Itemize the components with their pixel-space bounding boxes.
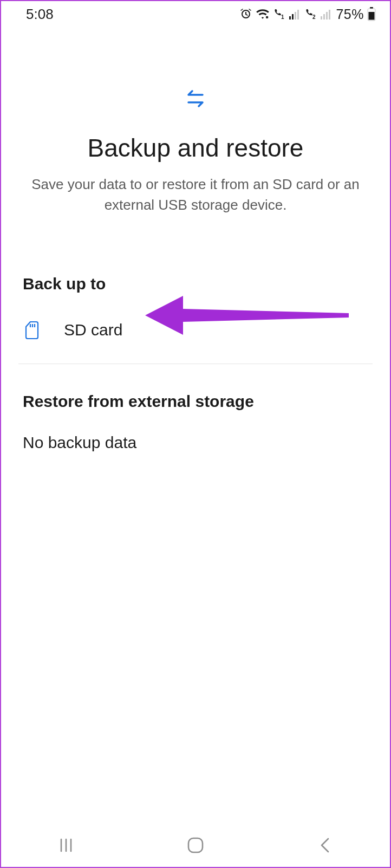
- svg-rect-4: [297, 10, 299, 20]
- nav-bar: [1, 824, 390, 867]
- svg-rect-8: [326, 12, 328, 20]
- svg-rect-3: [295, 12, 296, 20]
- status-time: 5:08: [26, 6, 54, 23]
- restore-section: Restore from external storage No backup …: [1, 392, 390, 452]
- transfer-icon: [184, 87, 207, 113]
- svg-rect-2: [292, 14, 294, 20]
- svg-rect-1: [289, 16, 291, 20]
- home-button[interactable]: [163, 832, 228, 858]
- svg-rect-12: [369, 12, 375, 20]
- svg-text:1: 1: [281, 14, 284, 20]
- svg-text:2: 2: [312, 14, 316, 20]
- status-icons: 1 2 75%: [239, 7, 376, 22]
- status-bar: 5:08 1 2: [1, 1, 390, 27]
- divider: [18, 364, 373, 364]
- back-button[interactable]: [292, 832, 357, 858]
- battery-percent: 75%: [336, 7, 364, 22]
- battery-icon: [367, 7, 376, 21]
- volte2-icon: 2: [304, 8, 317, 20]
- svg-rect-7: [323, 14, 325, 20]
- sd-card-label: SD card: [64, 321, 122, 339]
- sd-card-icon: [23, 321, 41, 339]
- recents-button[interactable]: [34, 832, 99, 858]
- page-header: Backup and restore Save your data to or …: [1, 27, 390, 215]
- page-title: Backup and restore: [23, 133, 368, 163]
- sd-card-item[interactable]: SD card: [23, 313, 368, 347]
- svg-rect-20: [188, 838, 203, 852]
- svg-rect-9: [329, 10, 330, 20]
- volte1-icon: 1: [273, 8, 286, 20]
- svg-rect-6: [321, 16, 322, 20]
- alarm-icon: [239, 8, 252, 21]
- signal2-icon: [321, 9, 333, 20]
- wifi-icon: [256, 8, 270, 20]
- restore-section-title: Restore from external storage: [23, 392, 368, 411]
- backup-section: Back up to SD card: [1, 275, 390, 347]
- page-subtitle: Save your data to or restore it from an …: [23, 174, 368, 215]
- backup-section-title: Back up to: [23, 275, 368, 293]
- signal1-icon: [289, 9, 301, 20]
- no-backup-text: No backup data: [23, 433, 368, 452]
